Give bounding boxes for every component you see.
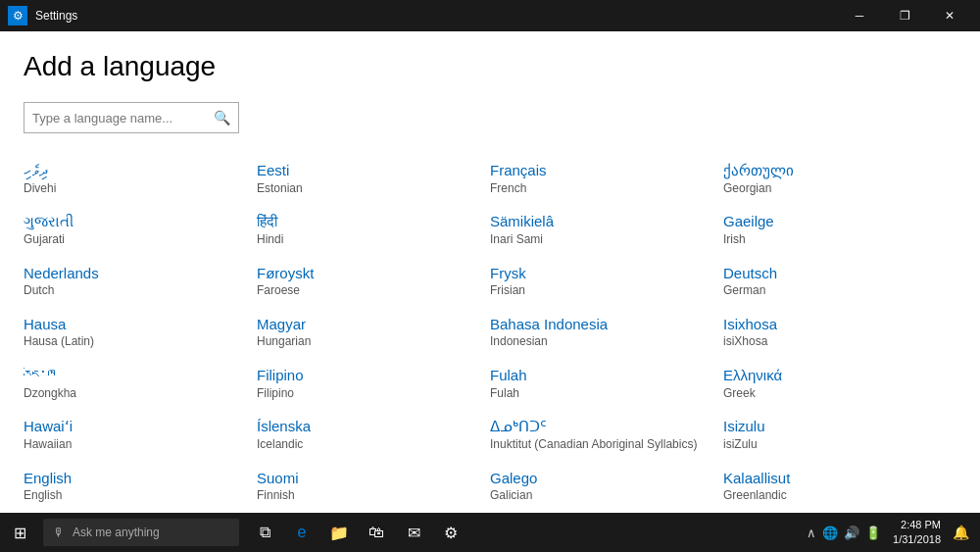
language-item[interactable]: ગુજરાતીGujarati: [24, 204, 257, 255]
language-english-name: Gujarati: [24, 231, 253, 248]
language-item[interactable]: ΕλληνικάGreek: [723, 358, 956, 409]
search-box[interactable]: 🔍: [24, 102, 239, 133]
minimize-button[interactable]: ─: [837, 0, 882, 31]
language-english-name: Dutch: [24, 282, 253, 299]
language-english-name: Filipino: [257, 385, 486, 402]
language-english-name: Hungarian: [257, 333, 486, 350]
taskbar-clock[interactable]: 2:48 PM 1/31/2018: [893, 518, 941, 548]
language-item[interactable]: GalegoGalician: [490, 461, 723, 512]
language-item[interactable]: DeutschGerman: [723, 256, 956, 307]
edge-icon[interactable]: e: [284, 513, 319, 552]
language-item[interactable]: NederlandsDutch: [24, 256, 257, 307]
language-name: Hawaiʻi: [24, 417, 253, 436]
language-item[interactable]: HawaiʻiHawaiian: [24, 409, 257, 460]
language-name: Fulah: [490, 366, 719, 385]
title-bar: ⚙ Settings ─ ❐ ✕: [0, 0, 980, 31]
language-item[interactable]: IsizuluisiZulu: [723, 409, 956, 460]
language-name: Nederlands: [24, 264, 253, 283]
language-english-name: isiZulu: [723, 436, 953, 453]
language-item[interactable]: FryskFrisian: [490, 256, 723, 307]
language-name: Kalaallisut: [723, 469, 953, 488]
language-english-name: Galician: [490, 487, 719, 504]
title-bar-title: Settings: [35, 9, 77, 23]
taskbar-time-display: 2:48 PM: [893, 518, 941, 532]
language-english-name: Divehi: [24, 180, 253, 197]
language-item[interactable]: HausaHausa (Latin): [24, 307, 257, 358]
language-name: ދިވެހި: [24, 161, 253, 180]
language-name: Sämikielâ: [490, 212, 719, 231]
search-icon: 🔍: [214, 110, 230, 125]
taskbar: ⊞ 🎙 Ask me anything ⧉ e 📁 🛍 ✉ ⚙ ∧ 🌐 🔊 🔋 …: [0, 513, 980, 552]
language-item[interactable]: རྫོང་ཁDzongkha: [24, 358, 257, 409]
store-icon[interactable]: 🛍: [359, 513, 394, 552]
language-item[interactable]: GaeilgeIrish: [723, 204, 956, 255]
settings-taskbar-icon[interactable]: ⚙: [433, 513, 468, 552]
language-item[interactable]: KalaallisutGreenlandic: [723, 461, 956, 512]
language-english-name: French: [490, 180, 719, 197]
language-name: Français: [490, 161, 719, 180]
language-name: Íslenska: [257, 417, 486, 436]
language-english-name: German: [723, 282, 953, 299]
language-english-name: Hawaiian: [24, 436, 253, 453]
start-button[interactable]: ⊞: [0, 513, 39, 552]
language-english-name: isiXhosa: [723, 333, 953, 350]
language-name: English: [24, 469, 253, 488]
language-english-name: Greek: [723, 385, 953, 402]
language-english-name: Georgian: [723, 180, 953, 197]
task-view-button[interactable]: ⧉: [247, 513, 282, 552]
language-item[interactable]: ᐃᓄᒃᑎᑐᑦInuktitut (Canadian Aboriginal Syl…: [490, 409, 723, 460]
language-english-name: Faroese: [257, 282, 486, 299]
language-english-name: Inuktitut (Canadian Aboriginal Syllabics…: [490, 436, 719, 453]
language-english-name: Finnish: [257, 487, 486, 504]
language-item[interactable]: SämikielâInari Sami: [490, 204, 723, 255]
language-name: Isixhosa: [723, 315, 953, 334]
language-item[interactable]: MagyarHungarian: [257, 307, 490, 358]
language-item[interactable]: FrançaisFrench: [490, 153, 723, 204]
language-english-name: Fulah: [490, 385, 719, 402]
notification-center-button[interactable]: 🔔: [945, 513, 976, 552]
language-name: हिंदी: [257, 212, 486, 231]
language-item[interactable]: SuomiFinnish: [257, 461, 490, 512]
language-name: ગુજરાતી: [24, 212, 253, 231]
power-icon: 🔋: [865, 526, 881, 540]
file-explorer-icon[interactable]: 📁: [321, 513, 357, 552]
language-name: Galego: [490, 469, 719, 488]
close-button[interactable]: ✕: [927, 0, 972, 31]
taskbar-app-icons: ⧉ e 📁 🛍 ✉ ⚙: [243, 513, 472, 552]
language-name: Føroyskt: [257, 264, 486, 283]
language-item[interactable]: FøroysktFaroese: [257, 256, 490, 307]
chevron-icon[interactable]: ∧: [807, 526, 816, 540]
language-item[interactable]: EnglishEnglish: [24, 461, 257, 512]
mail-icon[interactable]: ✉: [396, 513, 431, 552]
sys-tray-icons: ∧ 🌐 🔊 🔋: [799, 526, 889, 540]
language-name: Deutsch: [723, 264, 953, 283]
language-item[interactable]: IsixhosaisiXhosa: [723, 307, 956, 358]
language-name: རྫོང་ཁ: [24, 366, 253, 385]
maximize-button[interactable]: ❐: [882, 0, 927, 31]
language-name: Gaeilge: [723, 212, 953, 231]
language-english-name: Icelandic: [257, 436, 486, 453]
language-name: Filipino: [257, 366, 486, 385]
language-item[interactable]: FulahFulah: [490, 358, 723, 409]
language-name: ქართული: [723, 161, 953, 180]
search-input[interactable]: [32, 111, 214, 125]
language-name: Hausa: [24, 315, 253, 334]
language-item[interactable]: हिंदीHindi: [257, 204, 490, 255]
language-item[interactable]: ქართულიGeorgian: [723, 153, 956, 204]
language-name: Ελληνικά: [723, 366, 953, 385]
title-bar-left: ⚙ Settings: [8, 6, 77, 25]
language-name: Magyar: [257, 315, 486, 334]
title-bar-controls: ─ ❐ ✕: [837, 0, 972, 31]
language-item[interactable]: EestiEstonian: [257, 153, 490, 204]
language-english-name: Frisian: [490, 282, 719, 299]
language-item[interactable]: FilipinoFilipino: [257, 358, 490, 409]
language-english-name: Hausa (Latin): [24, 333, 253, 350]
cortana-mic-icon: 🎙: [53, 526, 65, 539]
language-item[interactable]: ÍslenskaIcelandic: [257, 409, 490, 460]
cortana-placeholder: Ask me anything: [73, 526, 160, 539]
language-item[interactable]: ދިވެހިDivehi: [24, 153, 257, 204]
language-item[interactable]: Bahasa IndonesiaIndonesian: [490, 307, 723, 358]
language-english-name: Greenlandic: [723, 487, 953, 504]
cortana-search[interactable]: 🎙 Ask me anything: [43, 519, 239, 546]
language-name: Frysk: [490, 264, 719, 283]
